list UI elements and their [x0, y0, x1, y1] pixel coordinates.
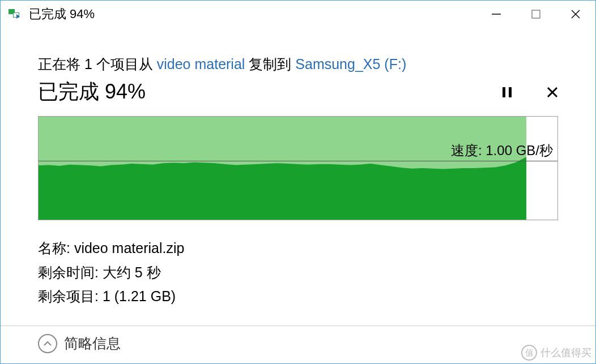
- window-controls: [476, 1, 595, 28]
- close-window-button[interactable]: [556, 1, 595, 28]
- footer: 简略信息: [1, 326, 595, 353]
- maximize-icon: [531, 9, 541, 19]
- details-block: 名称: video material.zip 剩余时间: 大约 5 秒 剩余项目…: [38, 236, 564, 309]
- copy-prefix: 正在将 1 个项目从: [38, 56, 157, 72]
- less-info-label[interactable]: 简略信息: [64, 334, 121, 353]
- items-value: 1 (1.21 GB): [103, 288, 176, 304]
- progress-status: 已完成 94%: [38, 78, 146, 106]
- svg-rect-5: [509, 87, 512, 97]
- watermark-badge: 值: [521, 345, 537, 361]
- source-link[interactable]: video material: [157, 56, 245, 72]
- copy-progress-icon: [8, 9, 21, 19]
- pause-button[interactable]: [498, 83, 516, 101]
- svg-rect-1: [532, 10, 540, 18]
- cancel-icon: [546, 86, 559, 99]
- detail-name: 名称: video material.zip: [38, 236, 564, 260]
- pause-icon: [501, 86, 513, 99]
- speed-reference-line: [39, 161, 557, 161]
- svg-rect-4: [503, 87, 505, 97]
- transfer-controls: [498, 83, 564, 101]
- close-icon: [570, 8, 581, 20]
- speed-chart[interactable]: 速度: 1.00 GB/秒: [38, 116, 558, 220]
- maximize-button[interactable]: [516, 1, 556, 28]
- minimize-icon: [491, 8, 502, 20]
- time-label: 剩余时间:: [38, 264, 103, 280]
- minimize-button[interactable]: [476, 1, 516, 28]
- time-value: 大约 5 秒: [103, 264, 161, 280]
- cancel-button[interactable]: [543, 83, 561, 101]
- chart-svg: [39, 117, 557, 220]
- name-label: 名称:: [38, 240, 74, 256]
- destination-link[interactable]: Samsung_X5 (F:): [295, 56, 406, 72]
- detail-items: 剩余项目: 1 (1.21 GB): [38, 284, 564, 309]
- copy-middle: 复制到: [245, 56, 295, 72]
- items-label: 剩余项目:: [38, 288, 103, 304]
- collapse-details-button[interactable]: [38, 334, 57, 353]
- watermark: 值 什么值得买: [521, 345, 591, 361]
- titlebar: 已完成 94%: [1, 1, 595, 28]
- window-title: 已完成 94%: [29, 6, 476, 23]
- detail-time: 剩余时间: 大约 5 秒: [38, 260, 564, 285]
- status-row: 已完成 94%: [38, 78, 564, 106]
- name-value: video material.zip: [74, 240, 185, 256]
- copy-description: 正在将 1 个项目从 video material 复制到 Samsung_X5…: [38, 55, 564, 74]
- watermark-text: 什么值得买: [540, 346, 591, 359]
- chevron-up-icon: [43, 339, 52, 348]
- speed-label: 速度: 1.00 GB/秒: [451, 142, 553, 160]
